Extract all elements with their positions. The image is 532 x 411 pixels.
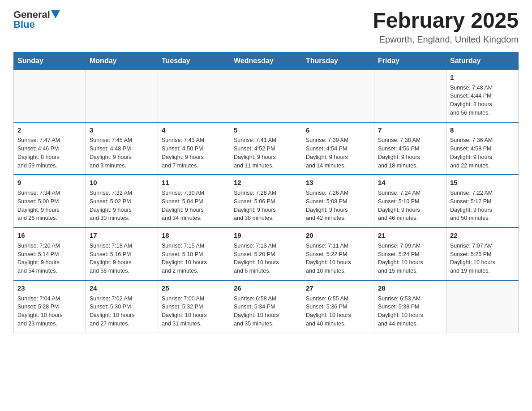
day-info: Sunrise: 7:24 AMSunset: 5:10 PMDaylight:… <box>378 189 442 223</box>
calendar-table: SundayMondayTuesdayWednesdayThursdayFrid… <box>13 52 519 333</box>
day-info: Sunrise: 7:20 AMSunset: 5:14 PMDaylight:… <box>17 242 82 275</box>
day-of-week-header: Saturday <box>446 52 519 69</box>
day-number: 2 <box>17 125 82 135</box>
calendar-day-cell: 7Sunrise: 7:38 AMSunset: 4:56 PMDaylight… <box>374 122 446 175</box>
day-info: Sunrise: 7:48 AMSunset: 4:44 PMDaylight:… <box>450 84 515 117</box>
day-number: 22 <box>450 231 515 240</box>
calendar-day-cell: 24Sunrise: 7:02 AMSunset: 5:30 PMDayligh… <box>86 280 158 333</box>
day-number: 25 <box>162 283 226 293</box>
page-header: General Blue February 2025 Epworth, Engl… <box>13 9 519 45</box>
day-of-week-header: Friday <box>374 52 446 69</box>
calendar-day-cell: 6Sunrise: 7:39 AMSunset: 4:54 PMDaylight… <box>302 122 374 175</box>
location: Epworth, England, United Kingdom <box>373 34 519 45</box>
day-number: 28 <box>378 283 442 293</box>
calendar-day-cell: 17Sunrise: 7:18 AMSunset: 5:16 PMDayligh… <box>86 227 158 280</box>
day-info: Sunrise: 6:58 AMSunset: 5:34 PMDaylight:… <box>234 295 298 328</box>
day-info: Sunrise: 7:39 AMSunset: 4:54 PMDaylight:… <box>306 136 370 170</box>
day-info: Sunrise: 7:22 AMSunset: 5:12 PMDaylight:… <box>450 189 515 223</box>
title-area: February 2025 Epworth, England, United K… <box>373 9 519 45</box>
calendar-week-row: 2Sunrise: 7:47 AMSunset: 4:46 PMDaylight… <box>14 122 519 175</box>
calendar-day-cell: 25Sunrise: 7:00 AMSunset: 5:32 PMDayligh… <box>158 280 230 333</box>
calendar-day-cell: 15Sunrise: 7:22 AMSunset: 5:12 PMDayligh… <box>446 175 519 227</box>
calendar-day-cell: 10Sunrise: 7:32 AMSunset: 5:02 PMDayligh… <box>86 175 158 227</box>
calendar-day-cell: 2Sunrise: 7:47 AMSunset: 4:46 PMDaylight… <box>14 122 86 175</box>
calendar-day-cell: 26Sunrise: 6:58 AMSunset: 5:34 PMDayligh… <box>230 280 302 333</box>
calendar-day-cell: 28Sunrise: 6:53 AMSunset: 5:38 PMDayligh… <box>374 280 446 333</box>
day-info: Sunrise: 6:53 AMSunset: 5:38 PMDaylight:… <box>378 295 442 328</box>
day-number: 24 <box>90 283 154 293</box>
day-info: Sunrise: 7:07 AMSunset: 5:26 PMDaylight:… <box>450 242 515 275</box>
day-info: Sunrise: 7:41 AMSunset: 4:52 PMDaylight:… <box>234 136 298 170</box>
calendar-day-cell: 21Sunrise: 7:09 AMSunset: 5:24 PMDayligh… <box>374 227 446 280</box>
day-info: Sunrise: 7:30 AMSunset: 5:04 PMDaylight:… <box>162 189 226 223</box>
day-info: Sunrise: 7:43 AMSunset: 4:50 PMDaylight:… <box>162 136 226 170</box>
calendar-day-cell: 19Sunrise: 7:13 AMSunset: 5:20 PMDayligh… <box>230 227 302 280</box>
day-info: Sunrise: 7:28 AMSunset: 5:06 PMDaylight:… <box>234 189 298 223</box>
day-number: 26 <box>234 283 298 293</box>
day-number: 5 <box>234 125 298 135</box>
calendar-day-cell: 27Sunrise: 6:55 AMSunset: 5:36 PMDayligh… <box>302 280 374 333</box>
day-info: Sunrise: 7:34 AMSunset: 5:00 PMDaylight:… <box>17 189 82 223</box>
day-of-week-header: Tuesday <box>158 52 230 69</box>
day-info: Sunrise: 7:32 AMSunset: 5:02 PMDaylight:… <box>90 189 154 223</box>
day-info: Sunrise: 7:47 AMSunset: 4:46 PMDaylight:… <box>17 136 82 170</box>
calendar-week-row: 1Sunrise: 7:48 AMSunset: 4:44 PMDaylight… <box>14 69 519 122</box>
calendar-day-cell <box>446 280 519 333</box>
calendar-day-cell: 1Sunrise: 7:48 AMSunset: 4:44 PMDaylight… <box>446 69 519 122</box>
day-of-week-header: Wednesday <box>230 52 302 69</box>
day-info: Sunrise: 7:38 AMSunset: 4:56 PMDaylight:… <box>378 136 442 170</box>
day-number: 6 <box>306 125 370 135</box>
day-number: 18 <box>162 231 226 240</box>
calendar-day-cell <box>158 69 230 122</box>
day-number: 15 <box>450 178 515 188</box>
day-number: 11 <box>162 178 226 188</box>
calendar-day-cell: 12Sunrise: 7:28 AMSunset: 5:06 PMDayligh… <box>230 175 302 227</box>
day-number: 7 <box>378 125 442 135</box>
calendar-day-cell: 8Sunrise: 7:36 AMSunset: 4:58 PMDaylight… <box>446 122 519 175</box>
day-info: Sunrise: 7:26 AMSunset: 5:08 PMDaylight:… <box>306 189 370 223</box>
calendar-day-cell: 3Sunrise: 7:45 AMSunset: 4:48 PMDaylight… <box>86 122 158 175</box>
calendar-day-cell: 14Sunrise: 7:24 AMSunset: 5:10 PMDayligh… <box>374 175 446 227</box>
day-number: 20 <box>306 231 370 240</box>
calendar-day-cell: 5Sunrise: 7:41 AMSunset: 4:52 PMDaylight… <box>230 122 302 175</box>
calendar-day-cell: 20Sunrise: 7:11 AMSunset: 5:22 PMDayligh… <box>302 227 374 280</box>
calendar-day-cell: 23Sunrise: 7:04 AMSunset: 5:28 PMDayligh… <box>14 280 86 333</box>
day-info: Sunrise: 7:11 AMSunset: 5:22 PMDaylight:… <box>306 242 370 275</box>
day-info: Sunrise: 7:18 AMSunset: 5:16 PMDaylight:… <box>90 242 154 275</box>
day-number: 17 <box>90 231 154 240</box>
calendar-day-cell: 9Sunrise: 7:34 AMSunset: 5:00 PMDaylight… <box>14 175 86 227</box>
day-number: 27 <box>306 283 370 293</box>
day-info: Sunrise: 7:02 AMSunset: 5:30 PMDaylight:… <box>90 295 154 328</box>
logo-blue: Blue <box>13 19 35 30</box>
day-number: 13 <box>306 178 370 188</box>
day-number: 1 <box>450 73 515 82</box>
month-title: February 2025 <box>373 9 519 33</box>
day-number: 21 <box>378 231 442 240</box>
day-info: Sunrise: 7:09 AMSunset: 5:24 PMDaylight:… <box>378 242 442 275</box>
calendar-header-row: SundayMondayTuesdayWednesdayThursdayFrid… <box>14 52 519 69</box>
day-number: 10 <box>90 178 154 188</box>
day-of-week-header: Monday <box>86 52 158 69</box>
day-number: 12 <box>234 178 298 188</box>
day-info: Sunrise: 6:55 AMSunset: 5:36 PMDaylight:… <box>306 295 370 328</box>
calendar-day-cell: 16Sunrise: 7:20 AMSunset: 5:14 PMDayligh… <box>14 227 86 280</box>
calendar-day-cell <box>86 69 158 122</box>
calendar-day-cell: 11Sunrise: 7:30 AMSunset: 5:04 PMDayligh… <box>158 175 230 227</box>
calendar-week-row: 9Sunrise: 7:34 AMSunset: 5:00 PMDaylight… <box>14 175 519 227</box>
calendar-day-cell <box>374 69 446 122</box>
calendar-day-cell: 4Sunrise: 7:43 AMSunset: 4:50 PMDaylight… <box>158 122 230 175</box>
svg-marker-0 <box>51 10 60 18</box>
calendar-day-cell <box>14 69 86 122</box>
day-of-week-header: Thursday <box>302 52 374 69</box>
day-info: Sunrise: 7:00 AMSunset: 5:32 PMDaylight:… <box>162 295 226 328</box>
day-number: 23 <box>17 283 82 293</box>
calendar-day-cell <box>230 69 302 122</box>
calendar-week-row: 23Sunrise: 7:04 AMSunset: 5:28 PMDayligh… <box>14 280 519 333</box>
day-number: 9 <box>17 178 82 188</box>
calendar-week-row: 16Sunrise: 7:20 AMSunset: 5:14 PMDayligh… <box>14 227 519 280</box>
calendar-day-cell: 18Sunrise: 7:15 AMSunset: 5:18 PMDayligh… <box>158 227 230 280</box>
day-of-week-header: Sunday <box>14 52 86 69</box>
day-number: 16 <box>17 231 82 240</box>
day-info: Sunrise: 7:13 AMSunset: 5:20 PMDaylight:… <box>234 242 298 275</box>
calendar-day-cell: 13Sunrise: 7:26 AMSunset: 5:08 PMDayligh… <box>302 175 374 227</box>
